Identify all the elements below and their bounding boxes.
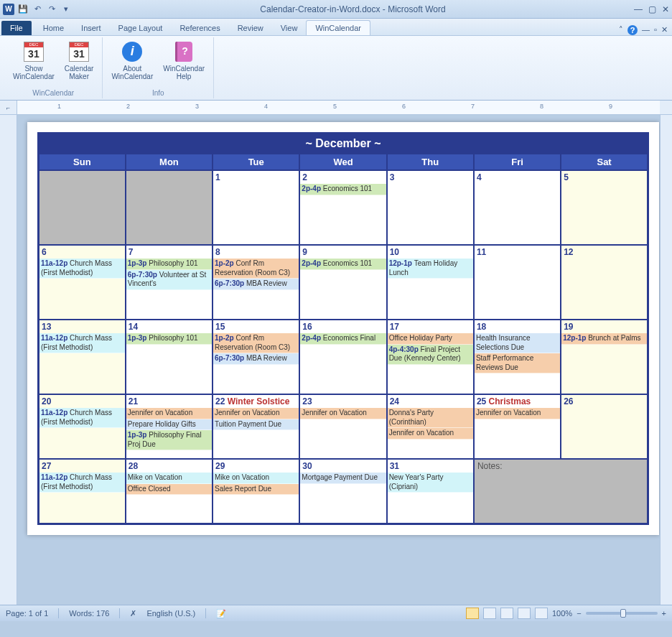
zoom-level[interactable]: 100% [552, 609, 572, 618]
calendar-cell[interactable]: 25 ChristmasJennifer on Vacation [474, 394, 561, 459]
calendar-cell[interactable]: 28Mike on VacationOffice Closed [126, 459, 213, 524]
calendar-cell[interactable]: 151p-2p Conf Rm Reservation (Room C3)6p-… [213, 320, 299, 394]
calendar-event[interactable]: Donna's Party (Corinthian) [388, 408, 473, 428]
calendar-event[interactable]: 1p-3p Philosophy Final Proj Due [126, 430, 212, 450]
calendar-cell[interactable]: 5 [561, 170, 648, 245]
redo-icon[interactable]: ↷ [46, 4, 57, 15]
calendar-cell[interactable]: 22 Winter SolsticeJennifer on VacationTu… [213, 394, 299, 459]
calendar-cell[interactable]: 2711a-12p Church Mass (First Methodist) [39, 459, 126, 524]
view-outline-button[interactable] [518, 608, 531, 619]
calendar-cell[interactable]: 30Mortgage Payment Due [299, 459, 386, 524]
calendar-event[interactable]: 11a-12p Church Mass (First Methodist) [39, 333, 125, 353]
calendar-event[interactable]: 11a-12p Church Mass (First Methodist) [39, 473, 125, 493]
qat-more-icon[interactable]: ▾ [60, 4, 72, 15]
zoom-out-button[interactable]: − [577, 609, 581, 618]
calendar-cell[interactable]: 11 [474, 245, 561, 320]
calendar-event[interactable]: New Year's Party (Cipriani) [388, 473, 473, 493]
zoom-slider[interactable] [586, 612, 658, 615]
view-web-layout-button[interactable] [500, 608, 513, 619]
calendar-cell[interactable]: 17Office Holiday Party4p-4:30p Final Pro… [387, 320, 474, 394]
status-page[interactable]: Page: 1 of 1 [6, 609, 48, 618]
ruler-corner[interactable]: ⌐ [0, 101, 17, 114]
calendar-cell[interactable]: 21Jennifer on VacationPrepare Holiday Gi… [126, 394, 213, 459]
calendar-event[interactable]: Office Closed [126, 484, 212, 496]
doc-close-icon[interactable]: ✕ [661, 25, 668, 35]
zoom-in-button[interactable]: + [662, 609, 666, 618]
ribbon-minimize-icon[interactable]: ˄ [619, 25, 623, 35]
tab-page-layout[interactable]: Page Layout [110, 21, 172, 35]
calendar-event[interactable]: 2p-4p Economics Final [300, 333, 386, 345]
calendar-cell[interactable] [39, 170, 126, 245]
vertical-scrollbar[interactable] [660, 115, 672, 605]
horizontal-ruler[interactable]: 123456789 [17, 101, 660, 114]
page-scroll[interactable]: ~ December ~ SunMonTueWedThuFriSat 122p-… [17, 115, 660, 605]
calendar-event[interactable]: 4p-4:30p Final Project Due (Kennedy Cent… [388, 345, 473, 365]
calendar-event[interactable]: 6p-7:30p Volunteer at St Vincent's [126, 270, 212, 290]
calendar-cell[interactable]: 81p-2p Conf Rm Reservation (Room C3)6p-7… [213, 245, 299, 320]
wincalendar-help-button[interactable]: ? WinCalendar Help [160, 39, 207, 82]
calendar-event[interactable]: Sales Report Due [213, 484, 299, 496]
calendar-cell[interactable]: 29Mike on VacationSales Report Due [213, 459, 299, 524]
calendar-cell[interactable]: 31New Year's Party (Cipriani) [387, 459, 474, 524]
calendar-cell[interactable]: 4 [474, 170, 561, 245]
calendar-cell[interactable]: 18Health Insurance Selections DueStaff P… [474, 320, 561, 394]
close-icon[interactable]: ✕ [662, 4, 669, 14]
calendar-cell[interactable]: 22p-4p Economics 101 [299, 170, 386, 245]
doc-minimize-icon[interactable]: — [642, 25, 650, 35]
calendar-event[interactable]: 1p-2p Conf Rm Reservation (Room C3) [213, 333, 299, 353]
status-language[interactable]: English (U.S.) [146, 609, 195, 618]
calendar-cell[interactable]: 12 [561, 245, 648, 320]
calendar-event[interactable]: 2p-4p Economics 101 [300, 184, 386, 195]
calendar-event[interactable]: Staff Performance Reviews Due [475, 353, 560, 373]
tab-review[interactable]: Review [229, 21, 272, 35]
calendar-event[interactable]: 1p-3p Philosophy 101 [126, 259, 212, 270]
calendar-cell[interactable]: 162p-4p Economics Final [299, 320, 386, 394]
calendar-cell[interactable]: 1012p-1p Team Holiday Lunch [387, 245, 474, 320]
tab-wincalendar[interactable]: WinCalendar [306, 20, 370, 35]
calendar-event[interactable]: 1p-2p Conf Rm Reservation (Room C3) [213, 259, 299, 279]
vertical-ruler[interactable] [0, 115, 17, 605]
calendar-event[interactable]: 12p-1p Team Holiday Lunch [388, 259, 473, 279]
doc-restore-icon[interactable]: ▫ [654, 25, 657, 35]
show-wincalendar-button[interactable]: DEC31 Show WinCalendar [10, 39, 57, 82]
tab-insert[interactable]: Insert [73, 21, 110, 35]
view-full-screen-button[interactable] [483, 608, 496, 619]
undo-icon[interactable]: ↶ [32, 4, 43, 15]
calendar-cell[interactable]: 3 [387, 170, 474, 245]
insert-mode-icon[interactable]: 📝 [216, 609, 226, 618]
tab-home[interactable]: Home [34, 21, 73, 35]
help-icon[interactable]: ? [627, 25, 638, 35]
calendar-event[interactable]: 11a-12p Church Mass (First Methodist) [39, 259, 125, 279]
tab-references[interactable]: References [171, 21, 228, 35]
calendar-event[interactable]: Mike on Vacation [126, 473, 212, 484]
calendar-event[interactable]: Jennifer on Vacation [213, 408, 299, 419]
calendar-event[interactable]: Jennifer on Vacation [388, 428, 473, 440]
calendar-cell[interactable]: 1912p-1p Brunch at Palms [561, 320, 648, 394]
tab-file[interactable]: File [1, 21, 32, 35]
calendar-event[interactable]: Office Holiday Party [388, 333, 473, 345]
calendar-event[interactable]: 12p-1p Brunch at Palms [561, 333, 647, 345]
calendar-event[interactable]: Jennifer on Vacation [300, 408, 386, 419]
calendar-event[interactable]: Prepare Holiday Gifts [126, 419, 212, 431]
calendar-event[interactable]: Jennifer on Vacation [126, 408, 212, 419]
calendar-maker-button[interactable]: DEC31 Calendar Maker [62, 39, 97, 82]
minimize-icon[interactable]: — [634, 4, 643, 14]
calendar-event[interactable]: Jennifer on Vacation [475, 408, 560, 419]
maximize-icon[interactable]: ▢ [648, 4, 656, 14]
save-icon[interactable]: 💾 [17, 4, 29, 15]
view-draft-button[interactable] [535, 608, 548, 619]
calendar-cell[interactable]: 1 [213, 170, 299, 245]
calendar-event[interactable]: 1p-3p Philosophy 101 [126, 333, 212, 345]
calendar-event[interactable]: Health Insurance Selections Due [475, 333, 560, 353]
calendar-cell[interactable]: 141p-3p Philosophy 101 [126, 320, 213, 394]
calendar-cell[interactable]: 26 [561, 394, 648, 459]
calendar-cell[interactable]: 92p-4p Economics 101 [299, 245, 386, 320]
view-print-layout-button[interactable] [466, 608, 479, 619]
status-words[interactable]: Words: 176 [69, 609, 109, 618]
calendar-event[interactable]: 6p-7:30p MBA Review [213, 279, 299, 290]
calendar-event[interactable]: Mike on Vacation [213, 473, 299, 484]
about-wincalendar-button[interactable]: i About WinCalendar [108, 39, 156, 82]
tab-view[interactable]: View [272, 21, 307, 35]
calendar-event[interactable]: 11a-12p Church Mass (First Methodist) [39, 408, 125, 428]
calendar-cell[interactable]: 1311a-12p Church Mass (First Methodist) [39, 320, 126, 394]
